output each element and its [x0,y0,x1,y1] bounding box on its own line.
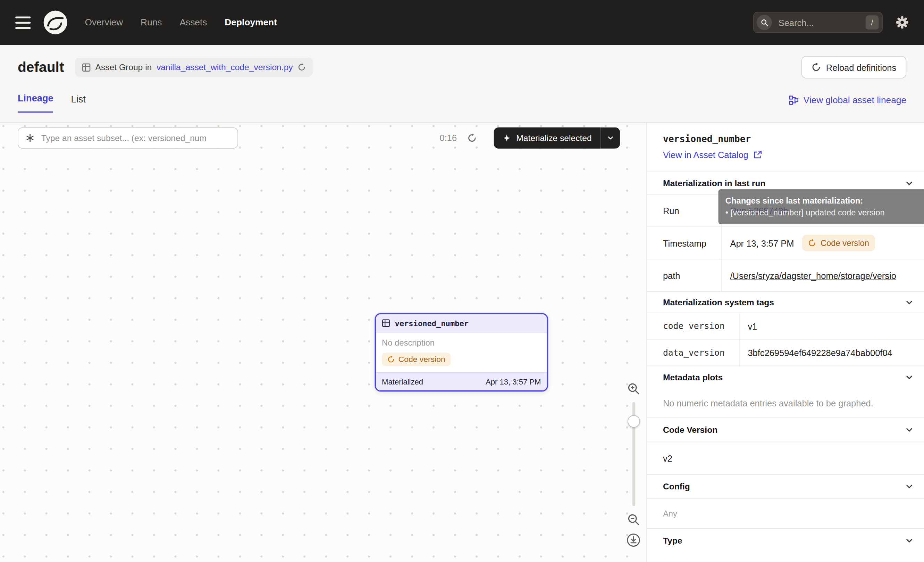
page-title: default [18,59,64,76]
section-title: Materialization system tags [663,298,774,307]
asset-group-file-link[interactable]: vanilla_asset_with_code_version.py [156,63,293,72]
asset-group-prefix: Asset Group in [95,63,152,72]
chevron-down-icon [905,536,914,545]
code-version-value: v2 [647,442,924,474]
sparkle-icon [502,134,511,142]
asset-subset-icon [26,134,35,143]
tag-key: data_version [647,340,740,366]
code-version-badge-label: Code version [820,238,869,248]
zoom-controls [625,382,642,547]
asset-node-body: No description Code version [376,333,547,372]
materialize-dropdown-button[interactable] [600,128,620,149]
code-version-icon [808,239,816,247]
view-global-asset-lineage-link[interactable]: View global asset lineage [789,95,906,105]
view-tabs: Lineage List View global asset lineage [18,90,924,113]
section-title: Code Version [663,425,717,434]
download-icon[interactable] [627,533,641,547]
tab-lineage[interactable]: Lineage [18,93,54,113]
materialized-timestamp: Apr 13, 3:57 PM [486,377,541,386]
asset-node-name: versioned_number [394,319,469,328]
chevron-down-icon [905,179,914,187]
dagster-app: Overview Runs Assets Deployment / [0,0,924,562]
chevron-down-icon [607,134,614,141]
materialize-selected-button[interactable]: Materialize selected [494,128,601,149]
zoom-out-icon[interactable] [627,513,640,526]
zoom-slider[interactable] [625,402,642,506]
asset-details-sidebar: versioned_number View in Asset Catalog M… [646,123,924,562]
table-row-code-version: code_version v1 [647,313,924,339]
asset-subset-input[interactable] [40,133,230,143]
global-search[interactable]: / [753,12,883,33]
nav-item-overview[interactable]: Overview [85,17,123,28]
materialize-button-group: Materialize selected [494,128,620,149]
zoom-slider-handle[interactable] [627,415,640,428]
sidebar-asset-name: versioned_number [663,134,924,144]
refresh-icon[interactable] [467,134,477,143]
refresh-icon[interactable] [297,63,306,72]
table-icon [382,319,390,327]
asset-node-versioned-number[interactable]: versioned_number No description Code ver… [375,313,548,391]
reload-definitions-button[interactable]: Reload definitions [801,56,906,78]
tag-value: 3bfc269594ef649228e9a74bab00f04 [740,340,924,366]
primary-nav: Overview Runs Assets Deployment [85,17,277,28]
section-materialization-system-tags[interactable]: Materialization system tags [647,292,924,313]
slash-shortcut: / [866,15,879,30]
chevron-down-icon [905,482,914,491]
asset-subset-filter[interactable] [18,128,238,149]
table-row-data-version: data_version 3bfc269594ef649228e9a74bab0… [647,339,924,365]
lineage-canvas[interactable]: 0:16 Materialize selected [0,123,646,562]
asset-node-description: No description [382,338,541,347]
code-version-icon [387,356,394,363]
path-link[interactable]: /Users/sryza/dagster_home/storage/versio [730,270,896,280]
section-title: Metadata plots [663,372,723,382]
tag-key: code_version [647,313,740,339]
auto-refresh-timer: 0:16 [440,128,457,149]
changes-tooltip: Changes since last materialization: • [v… [718,189,924,224]
row-label: path [647,260,722,292]
tooltip-title: Changes since last materialization: [726,194,919,206]
asset-group-icon [82,63,90,72]
search-input[interactable] [777,17,866,28]
section-code-version[interactable]: Code Version [647,418,924,442]
chevron-down-icon [905,373,914,382]
chevron-down-icon [905,426,914,434]
code-version-badge-label: Code version [399,355,446,364]
table-row-path: path /Users/sryza/dagster_home/storage/v… [647,259,924,291]
section-type[interactable]: Type [647,528,924,553]
code-version-badge: Code version [382,353,450,366]
materialize-selected-label: Materialize selected [516,134,592,143]
search-icon [757,15,772,30]
row-label: Timestamp [647,227,722,259]
nav-item-deployment[interactable]: Deployment [225,17,277,28]
reload-icon [811,63,820,72]
config-value: Any [647,499,924,529]
nav-item-assets[interactable]: Assets [180,17,207,28]
section-title: Config [663,482,690,491]
asset-node-header: versioned_number [376,314,547,333]
reload-definitions-label: Reload definitions [826,62,896,72]
section-title: Materialization in last run [663,179,765,188]
dagster-logo[interactable] [42,9,68,35]
chevron-down-icon [905,298,914,307]
materialized-status-label: Materialized [382,377,423,386]
view-in-asset-catalog-label: View in Asset Catalog [663,150,748,160]
asset-group-badge: Asset Group in vanilla_asset_with_code_v… [75,58,313,77]
tab-list[interactable]: List [71,95,86,113]
lineage-graph-icon [789,96,799,105]
zoom-in-icon[interactable] [627,382,640,395]
code-version-badge: Code version [802,235,875,251]
metadata-plots-empty-state: No numeric metadata entries available to… [647,388,924,418]
asset-node-footer: Materialized Apr 13, 3:57 PM [376,372,547,391]
view-in-asset-catalog-link[interactable]: View in Asset Catalog [663,150,924,160]
external-link-icon [753,150,762,159]
gear-icon[interactable] [896,16,909,29]
tag-value: v1 [740,313,924,339]
hamburger-menu-icon[interactable] [15,17,30,29]
tooltip-item: • [versioned_number] updated code versio… [726,207,919,219]
top-navigation-bar: Overview Runs Assets Deployment / [0,0,924,45]
section-metadata-plots[interactable]: Metadata plots [647,366,924,388]
nav-item-runs[interactable]: Runs [141,17,162,28]
timestamp-value: Apr 13, 3:57 PM [730,238,794,248]
section-title: Type [663,536,682,545]
section-config[interactable]: Config [647,474,924,499]
